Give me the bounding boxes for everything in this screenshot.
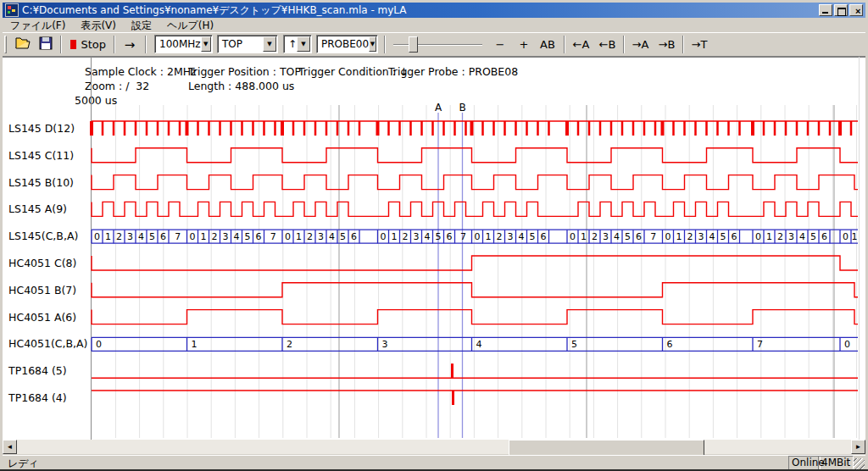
sample-clock-info: Sample Clock : 2MHz (85, 65, 197, 78)
goto-cursor-a-left-button[interactable]: ←A (569, 35, 593, 54)
row-label: LS145 B(10) (8, 176, 74, 189)
scroll-right-button[interactable]: ► (851, 440, 865, 454)
row-label: LS145 C(11) (8, 149, 74, 162)
menu-file[interactable]: ファイル(F) (3, 18, 73, 32)
open-file-button[interactable] (13, 35, 35, 54)
minimize-icon (822, 12, 828, 14)
maximize-button[interactable] (834, 4, 848, 16)
zoom-in-button[interactable]: + (514, 35, 534, 54)
trigger-position-info: Trigger Position : TOP (188, 65, 301, 78)
mylA-window: C:¥Documents and Settings¥noname¥デスクトップ¥… (0, 0, 868, 471)
goto-trigger-button[interactable]: →T (687, 35, 711, 54)
menu-help[interactable]: ヘルプ(H) (159, 18, 221, 32)
resize-grip[interactable] (854, 458, 865, 469)
row-label: HC4051(C,B,A) (8, 337, 88, 350)
trigger-position-combo[interactable]: TOP ▼ (217, 35, 278, 53)
minimize-button[interactable] (819, 4, 832, 16)
close-button[interactable]: × (849, 4, 863, 16)
chevron-down-icon[interactable]: ▼ (297, 36, 310, 52)
menu-bar: ファイル(F) 表示(V) 設定 ヘルプ(H) (3, 18, 865, 32)
row-label: LS145 A(9) (8, 202, 67, 215)
row-label: HC4051 B(7) (8, 284, 76, 296)
zoom-slider-track[interactable] (393, 44, 482, 46)
toolbar-grip (4, 36, 7, 53)
scroll-left-button[interactable]: ◄ (3, 440, 17, 454)
row-label: TP1684 (4) (8, 391, 67, 404)
zoom-ab-button[interactable]: AB (536, 35, 559, 54)
row-label: HC4051 A(6) (8, 311, 76, 324)
toolbar-separator (384, 36, 386, 53)
goto-cursor-a-right-button[interactable]: →A (628, 35, 653, 54)
status-online-badge: Online (788, 456, 821, 470)
toolbar-separator (682, 36, 684, 53)
arrow-left-icon: ◄ (7, 443, 14, 451)
toolbar-separator (60, 36, 62, 53)
time-scale-label: 5000 us (75, 94, 117, 107)
row-label: LS145 D(12) (8, 122, 75, 135)
row-label: TP1684 (5) (8, 364, 67, 377)
goto-cursor-b-left-button[interactable]: ←B (595, 35, 620, 54)
length-info: Length : 488.000 us (188, 80, 294, 92)
zoom-slider-handle[interactable] (409, 36, 418, 53)
toolbar-separator (564, 36, 565, 53)
trigger-probe-info: Trigger Probe : PROBE08 (388, 65, 518, 78)
chevron-down-icon[interactable]: ▼ (263, 36, 276, 52)
open-folder-icon (15, 36, 32, 50)
zoom-info: Zoom : / 32 (85, 80, 149, 92)
waveform-client-area[interactable] (3, 57, 865, 441)
toolbar-separator (114, 36, 115, 53)
close-icon: × (855, 6, 860, 16)
trigger-edge-combo[interactable]: ↑ ▼ (283, 35, 312, 53)
chevron-down-icon[interactable]: ▼ (369, 36, 376, 52)
menu-settings[interactable]: 設定 (124, 18, 159, 32)
stop-button[interactable]: Stop (65, 35, 111, 54)
run-arrow-icon: → (125, 37, 136, 53)
save-button[interactable] (35, 35, 57, 54)
title-bar: C:¥Documents and Settings¥noname¥デスクトップ¥… (3, 3, 865, 18)
maximize-icon (837, 8, 846, 16)
floppy-icon (39, 36, 53, 50)
window-title: C:¥Documents and Settings¥noname¥デスクトップ¥… (22, 3, 407, 18)
zoom-out-button[interactable]: − (490, 35, 510, 54)
toolbar: Stop → 100MHz ▼ TOP ▼ ↑ ▼ PROBE00 ▼ − + … (3, 32, 865, 57)
chevron-down-icon[interactable]: ▼ (201, 36, 211, 52)
goto-cursor-b-right-button[interactable]: →B (654, 35, 679, 54)
row-label: HC4051 C(8) (8, 257, 76, 269)
toolbar-separator (623, 36, 625, 53)
trigger-probe-combo[interactable]: PROBE00 ▼ (316, 35, 378, 53)
scrollbar-thumb[interactable] (509, 440, 704, 456)
status-memory-badge: 4MBit (818, 456, 854, 470)
row-label: LS145(C,B,A) (8, 230, 78, 242)
app-icon (5, 3, 19, 17)
sample-clock-combo[interactable]: 100MHz ▼ (154, 35, 213, 53)
status-bar: レディ Online 4MBit (3, 455, 865, 470)
toolbar-separator (145, 36, 147, 53)
stop-icon (70, 40, 76, 49)
menu-view[interactable]: 表示(V) (73, 18, 124, 32)
horizontal-scrollbar[interactable]: ◄ ► (3, 440, 865, 454)
arrow-right-icon: ► (855, 443, 862, 451)
run-button[interactable]: → (119, 35, 141, 54)
